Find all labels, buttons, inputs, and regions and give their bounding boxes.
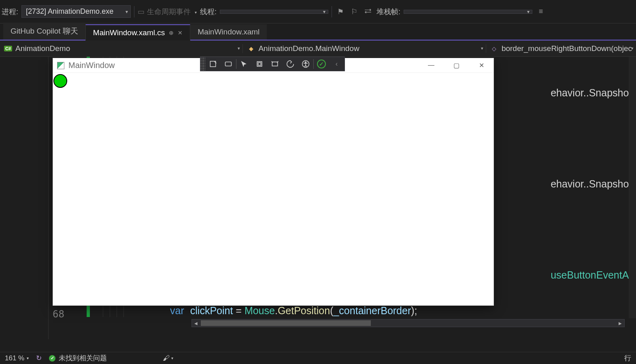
- svg-rect-3: [258, 63, 261, 66]
- code-fragment-right: ehavior..SnapshotA ehavior..SnapshotA us…: [551, 82, 636, 286]
- process-value: [2732] AnimationDemo.exe: [26, 7, 113, 15]
- tab-github-copilot[interactable]: GitHub Copilot 聊天: [3, 23, 85, 40]
- csharp-icon: C#: [4, 46, 12, 51]
- minimize-button[interactable]: —: [423, 62, 439, 69]
- app-client-area[interactable]: [53, 73, 493, 305]
- debug-toolbar: 进程: [2732] AnimationDemo.exe ▭ 生命周期事件 线程…: [0, 0, 636, 23]
- refresh-icon[interactable]: ↻: [36, 354, 42, 362]
- track-focus-icon[interactable]: [267, 57, 283, 71]
- chevron-down-icon: [193, 7, 197, 16]
- namespace-label: AnimationDemo: [15, 44, 70, 53]
- code-nav-bar: C# AnimationDemo ◆ AnimationDemo.MainWin…: [0, 40, 636, 57]
- svg-rect-1: [225, 62, 231, 66]
- accessibility-icon[interactable]: [298, 57, 313, 71]
- method-label: border_mouseRightButtonDown(objec: [502, 44, 632, 53]
- tab-mainwindow-xaml-cs[interactable]: MainWindow.xaml.cs ⊕ ✕: [85, 24, 190, 40]
- app-title: MainWindow: [68, 61, 115, 70]
- maximize-button[interactable]: ▢: [448, 62, 464, 69]
- issues-text: 未找到相关问题: [59, 353, 107, 363]
- class-label: AnimationDemo.MainWindow: [258, 44, 359, 53]
- thread-label: 线程:: [200, 7, 217, 17]
- svg-rect-4: [272, 62, 277, 66]
- hot-reload-status-icon[interactable]: ✓: [314, 57, 329, 71]
- vertical-scrollbar[interactable]: [629, 57, 636, 318]
- window-controls: — ▢ ✕: [423, 62, 489, 69]
- class-icon: ◆: [247, 45, 255, 53]
- tab-label: MainWindow.xaml: [198, 28, 260, 36]
- stackframe-label: 堆栈帧:: [376, 7, 400, 17]
- check-icon: ✓: [49, 355, 55, 362]
- class-dropdown[interactable]: ◆ AnimationDemo.MainWindow: [243, 44, 486, 53]
- close-icon[interactable]: ✕: [178, 30, 183, 36]
- thread-combo[interactable]: [220, 10, 328, 14]
- close-button[interactable]: ✕: [473, 62, 489, 69]
- tab-label: MainWindow.xaml.cs: [93, 28, 165, 37]
- brush-icon: 🖌: [163, 354, 170, 362]
- process-combo[interactable]: [2732] AnimationDemo.exe: [21, 5, 131, 18]
- cleanup-button[interactable]: 🖌 ▾: [163, 354, 173, 362]
- issues-indicator[interactable]: ✓ 未找到相关问题: [49, 353, 107, 363]
- app-icon: [57, 62, 64, 69]
- line-col-indicator[interactable]: 行: [624, 353, 631, 363]
- link-icon[interactable]: ⮂: [363, 6, 373, 17]
- flag-outline-icon[interactable]: ⚐: [349, 6, 359, 17]
- collapse-icon[interactable]: ‹: [329, 57, 345, 71]
- code-editor[interactable]: new Duration(TimeSpan.FromSeconds(4))); …: [0, 57, 636, 339]
- method-icon: ◇: [490, 45, 498, 53]
- line-number: 68: [53, 309, 64, 320]
- code-line-68: var clickPoint = Mouse.GetPosition(_cont…: [170, 305, 417, 317]
- lifecycle-icon: ▭: [138, 7, 145, 16]
- green-circle[interactable]: [53, 74, 67, 88]
- xaml-live-toolbar: ✓ ‹: [200, 57, 345, 71]
- pin-icon[interactable]: ⊕: [169, 30, 174, 36]
- preview-icon[interactable]: [221, 57, 236, 71]
- lifecycle-label: 生命周期事件: [147, 7, 191, 17]
- grip-icon[interactable]: [200, 57, 205, 71]
- scroll-right-icon[interactable]: ▶: [616, 321, 624, 326]
- running-app-window: MainWindow — ▢ ✕: [53, 58, 494, 306]
- display-layout-icon[interactable]: [252, 57, 267, 71]
- namespace-dropdown[interactable]: C# AnimationDemo: [0, 44, 243, 53]
- line-label: 行: [624, 354, 631, 362]
- horizontal-scrollbar[interactable]: ◀ ▶: [191, 319, 625, 327]
- go-to-live-visual-tree-icon[interactable]: [205, 57, 221, 71]
- scrollbar-thumb[interactable]: [201, 320, 371, 326]
- gutter: [0, 57, 49, 339]
- editor-tab-strip: GitHub Copilot 聊天 MainWindow.xaml.cs ⊕ ✕…: [0, 23, 636, 40]
- chevron-down-icon: ▾: [171, 356, 173, 360]
- method-dropdown[interactable]: ◇ border_mouseRightButtonDown(objec: [486, 44, 636, 53]
- toolbar-separator: [134, 6, 134, 17]
- zoom-control[interactable]: 161 % ▾: [5, 354, 29, 362]
- editor-status-bar: 161 % ▾ ↻ ✓ 未找到相关问题 🖌 ▾ 行: [0, 352, 636, 364]
- hot-reload-icon[interactable]: [283, 57, 298, 71]
- svg-point-6: [305, 62, 306, 63]
- lifecycle-events-button[interactable]: ▭ 生命周期事件: [138, 7, 197, 17]
- tab-label: GitHub Copilot 聊天: [11, 26, 78, 36]
- zoom-value: 161 %: [5, 354, 24, 362]
- process-label: 进程:: [2, 7, 18, 17]
- overflow-icon[interactable]: ≡: [536, 6, 546, 17]
- tab-mainwindow-xaml[interactable]: MainWindow.xaml: [190, 24, 267, 40]
- select-element-icon[interactable]: [236, 57, 252, 71]
- scroll-left-icon[interactable]: ◀: [192, 321, 200, 326]
- toolbar-separator: [332, 6, 332, 17]
- stackframe-combo[interactable]: [404, 10, 532, 14]
- flag-icon[interactable]: ⚑: [335, 6, 346, 17]
- chevron-down-icon: ▾: [27, 356, 29, 360]
